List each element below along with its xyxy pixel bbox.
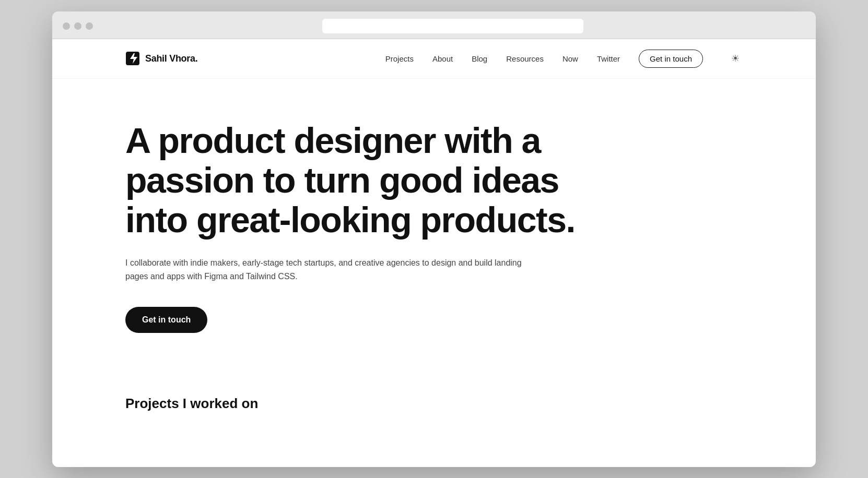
browser-content: Sahil Vhora. Projects About Blog Resourc… [52,39,816,467]
browser-window: Sahil Vhora. Projects About Blog Resourc… [52,11,816,467]
minimize-dot [74,22,81,30]
address-bar[interactable] [322,19,583,33]
nav-links: Projects About Blog Resources Now Twitte… [385,50,743,68]
nav-projects[interactable]: Projects [385,54,414,63]
close-dot [63,22,70,30]
logo-icon [125,51,140,66]
browser-titlebar [52,11,816,39]
nav-blog[interactable]: Blog [472,54,487,63]
browser-dots [63,22,93,30]
hero-section: A product designer with a passion to tur… [52,79,816,364]
nav-now[interactable]: Now [562,54,578,63]
hero-get-in-touch-button[interactable]: Get in touch [125,307,207,333]
nav-get-in-touch-button[interactable]: Get in touch [639,50,703,68]
theme-toggle-button[interactable]: ☀ [728,51,743,66]
logo-text: Sahil Vhora. [145,53,197,64]
hero-subtext: I collaborate with indie makers, early-s… [125,256,533,284]
nav-twitter[interactable]: Twitter [597,54,620,63]
navbar: Sahil Vhora. Projects About Blog Resourc… [52,39,816,79]
nav-resources[interactable]: Resources [506,54,544,63]
maximize-dot [86,22,93,30]
hero-heading: A product designer with a passion to tur… [125,121,595,240]
projects-heading: Projects I worked on [125,396,743,412]
logo-link[interactable]: Sahil Vhora. [125,51,197,66]
projects-section: Projects I worked on [52,364,816,433]
nav-about[interactable]: About [432,54,453,63]
